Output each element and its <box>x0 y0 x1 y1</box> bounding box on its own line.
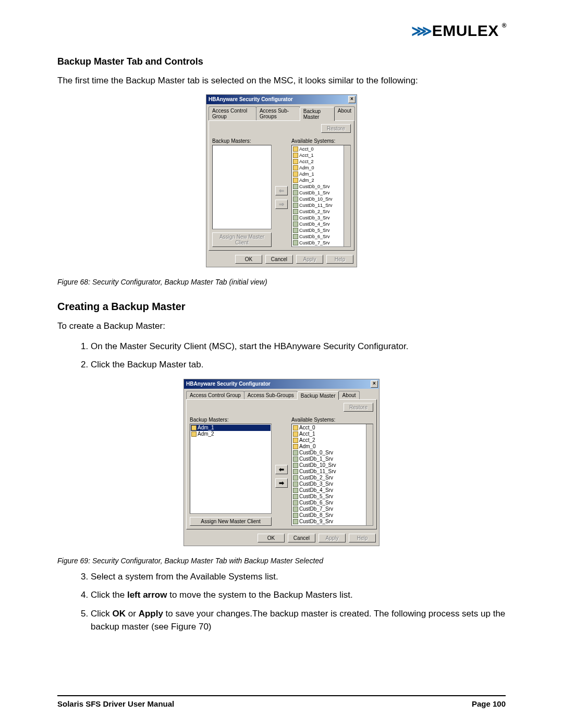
database-icon <box>293 500 298 505</box>
list-item[interactable]: CustDb_1_Srv <box>292 190 350 196</box>
move-left-button[interactable]: ⇐ <box>275 186 288 195</box>
available-systems-label: Available Systems: <box>291 138 351 144</box>
tab-access-control-group[interactable]: Access Control Group <box>209 106 256 120</box>
list-item-label: CustDb_0_Srv <box>299 183 330 190</box>
list-item[interactable]: CustDb_8_Srv <box>292 512 372 519</box>
list-item[interactable]: Adm_0 <box>292 443 372 450</box>
cancel-button[interactable]: Cancel <box>288 534 315 542</box>
close-icon[interactable]: × <box>371 380 378 388</box>
list-item[interactable]: Adm_1 <box>292 171 350 177</box>
list-item[interactable]: CustDb_6_Srv <box>292 500 372 506</box>
list-item[interactable]: CustDb_11_Srv <box>292 202 350 208</box>
list-item-label: Adm_1 <box>299 171 314 177</box>
list-item[interactable]: CustDb_10_Srv <box>292 462 372 468</box>
database-icon <box>293 240 298 245</box>
help-button[interactable]: Help <box>349 534 376 542</box>
tab-access-sub-groups[interactable]: Access Sub-Groups <box>256 106 300 120</box>
list-item-label: CustDb_2_Srv <box>299 208 330 215</box>
server-icon <box>293 171 298 177</box>
restore-button[interactable]: Restore <box>344 403 373 412</box>
list-item[interactable]: Acct_2 <box>292 158 350 165</box>
list-item[interactable]: CustDb_2_Srv <box>292 208 350 215</box>
footer-manual-title: Solaris SFS Driver User Manual <box>57 699 174 708</box>
list-item[interactable]: Acct_2 <box>292 437 372 443</box>
apply-button[interactable]: Apply <box>319 534 346 542</box>
tab-backup-master[interactable]: Backup Master <box>297 391 339 400</box>
tab-access-control-group[interactable]: Access Control Group <box>186 391 244 399</box>
list-item-label: Adm_1 <box>198 425 214 431</box>
server-icon <box>293 444 298 449</box>
list-item[interactable]: CustDb_9_Srv <box>292 519 372 525</box>
list-item-label: CustDb_10_Srv <box>299 196 333 202</box>
step-5-pre: Click <box>91 609 113 619</box>
list-item[interactable]: Adm_2 <box>191 431 271 437</box>
ok-button[interactable]: OK <box>235 255 262 264</box>
available-systems-list[interactable]: Acct_0Acct_1Acct_2Adm_0Adm_1Adm_2CustDb_… <box>291 145 351 247</box>
list-item[interactable]: CustDb_0_Srv <box>292 183 350 190</box>
list-item[interactable]: Adm_2 <box>292 177 350 183</box>
list-item[interactable]: Adm_1 <box>191 425 271 431</box>
tab-access-sub-groups[interactable]: Access Sub-Groups <box>244 391 298 399</box>
list-item[interactable]: CustDb_5_Srv <box>292 493 372 500</box>
list-item[interactable]: CustDb_0_Srv <box>292 450 372 456</box>
list-item[interactable]: Acct_1 <box>292 152 350 158</box>
dialog-button-row: OK Cancel Apply Help <box>206 253 357 267</box>
list-item[interactable]: CustDb_4_Srv <box>292 221 350 227</box>
list-item[interactable]: CustDb_11_Srv <box>292 468 372 475</box>
list-item[interactable]: CustDb_1_Srv <box>292 456 372 462</box>
move-right-button[interactable]: ⇒ <box>275 200 288 209</box>
fig68-dialog: HBAnyware Security Configurator × Access… <box>206 94 357 267</box>
list-item[interactable]: CustDb_2_Srv <box>292 475 372 481</box>
assign-master-button[interactable]: Assign New Master Client <box>212 232 272 247</box>
backup-masters-list[interactable]: Adm_1Adm_2 <box>190 424 272 514</box>
list-item[interactable]: Acct_1 <box>292 431 372 437</box>
list-item[interactable]: CustDb_3_Srv <box>292 215 350 221</box>
move-left-button[interactable]: ⬅ <box>275 465 288 474</box>
steps-list-top: On the Master Security Client (MSC), sta… <box>91 340 506 372</box>
list-item[interactable]: Acct_0 <box>292 146 350 152</box>
section-heading-backup-master-tab: Backup Master Tab and Controls <box>57 56 506 67</box>
step-3: Select a system from the Available Syste… <box>91 570 506 584</box>
list-item[interactable]: CustDb_7_Srv <box>292 240 350 246</box>
list-item[interactable]: Acct_0 <box>292 425 372 431</box>
server-icon <box>191 431 197 437</box>
database-icon <box>293 482 298 487</box>
list-item[interactable]: CustDb_7_Srv <box>292 506 372 512</box>
list-item-label: Acct_1 <box>299 152 314 158</box>
list-item[interactable]: CustDb_10_Srv <box>292 196 350 202</box>
ok-button[interactable]: OK <box>258 534 285 542</box>
tab-backup-master[interactable]: Backup Master <box>300 107 335 121</box>
available-systems-list[interactable]: Acct_0Acct_1Acct_2Adm_0CustDb_0_SrvCustD… <box>291 424 373 526</box>
move-right-button[interactable]: ➡ <box>275 478 288 488</box>
intro-paragraph-2: To create a Backup Master: <box>57 320 506 332</box>
list-item[interactable]: CustDb_3_Srv <box>292 481 372 487</box>
server-icon <box>293 438 298 443</box>
dialog-title: HBAnyware Security Configurator <box>209 96 293 102</box>
server-icon <box>293 146 298 152</box>
list-item-label: Acct_1 <box>299 431 315 437</box>
tab-about[interactable]: About <box>338 391 359 399</box>
restore-button[interactable]: Restore <box>321 124 351 133</box>
step-5-mid: or <box>126 609 139 619</box>
database-icon <box>293 196 298 202</box>
apply-button[interactable]: Apply <box>296 255 323 264</box>
assign-master-button[interactable]: Assign New Master Client <box>190 517 272 526</box>
step-5-apply: Apply <box>139 609 163 619</box>
dialog-button-row: OK Cancel Apply Help <box>184 532 379 546</box>
list-item-label: CustDb_5_Srv <box>299 493 333 500</box>
cancel-button[interactable]: Cancel <box>265 255 293 264</box>
list-item[interactable]: Adm_0 <box>292 165 350 171</box>
list-item[interactable]: CustDb_4_Srv <box>292 487 372 493</box>
list-item[interactable]: CustDb_5_Srv <box>292 227 350 233</box>
list-item[interactable]: CustDb_6_Srv <box>292 233 350 240</box>
list-item-label: Adm_2 <box>299 177 314 183</box>
list-item-label: CustDb_5_Srv <box>299 227 330 233</box>
backup-masters-list[interactable] <box>212 145 272 229</box>
page-footer: Solaris SFS Driver User Manual Page 100 <box>57 695 506 708</box>
help-button[interactable]: Help <box>326 255 353 264</box>
fig69-dialog: HBAnyware Security Configurator × Access… <box>183 379 380 546</box>
backup-masters-label: Backup Masters: <box>212 138 272 144</box>
tab-about[interactable]: About <box>334 106 355 120</box>
close-icon[interactable]: × <box>348 96 356 103</box>
step-1: On the Master Security Client (MSC), sta… <box>91 340 506 353</box>
